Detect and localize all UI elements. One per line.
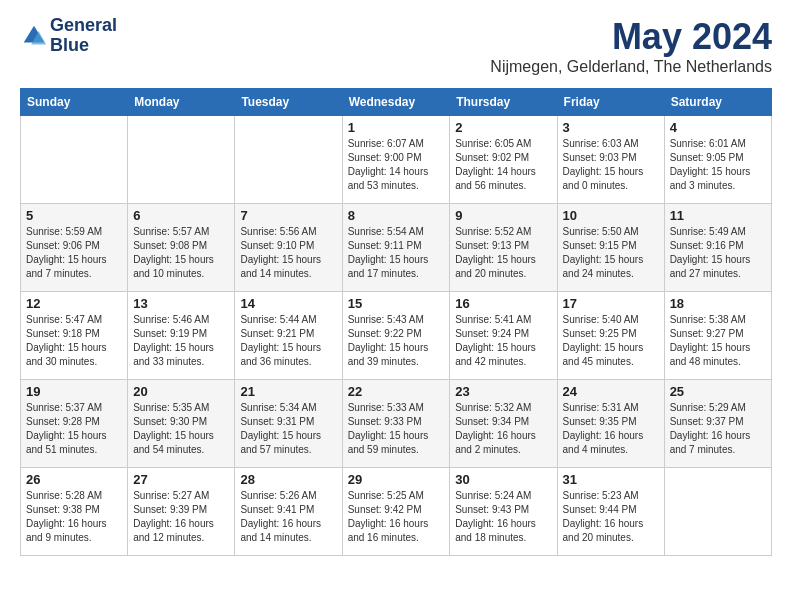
calendar-week-3: 12Sunrise: 5:47 AM Sunset: 9:18 PM Dayli… xyxy=(21,292,772,380)
calendar-cell: 12Sunrise: 5:47 AM Sunset: 9:18 PM Dayli… xyxy=(21,292,128,380)
logo-text: General Blue xyxy=(50,16,117,56)
calendar-cell xyxy=(21,116,128,204)
day-info: Sunrise: 5:38 AM Sunset: 9:27 PM Dayligh… xyxy=(670,313,766,369)
day-number: 23 xyxy=(455,384,551,399)
day-info: Sunrise: 5:52 AM Sunset: 9:13 PM Dayligh… xyxy=(455,225,551,281)
day-info: Sunrise: 5:37 AM Sunset: 9:28 PM Dayligh… xyxy=(26,401,122,457)
day-number: 27 xyxy=(133,472,229,487)
day-number: 12 xyxy=(26,296,122,311)
day-number: 24 xyxy=(563,384,659,399)
calendar-cell: 10Sunrise: 5:50 AM Sunset: 9:15 PM Dayli… xyxy=(557,204,664,292)
calendar-cell: 14Sunrise: 5:44 AM Sunset: 9:21 PM Dayli… xyxy=(235,292,342,380)
calendar-cell: 9Sunrise: 5:52 AM Sunset: 9:13 PM Daylig… xyxy=(450,204,557,292)
day-info: Sunrise: 5:26 AM Sunset: 9:41 PM Dayligh… xyxy=(240,489,336,545)
calendar-cell: 22Sunrise: 5:33 AM Sunset: 9:33 PM Dayli… xyxy=(342,380,450,468)
day-info: Sunrise: 5:24 AM Sunset: 9:43 PM Dayligh… xyxy=(455,489,551,545)
calendar-week-1: 1Sunrise: 6:07 AM Sunset: 9:00 PM Daylig… xyxy=(21,116,772,204)
day-number: 1 xyxy=(348,120,445,135)
location: Nijmegen, Gelderland, The Netherlands xyxy=(490,58,772,76)
logo: General Blue xyxy=(20,16,117,56)
day-info: Sunrise: 5:49 AM Sunset: 9:16 PM Dayligh… xyxy=(670,225,766,281)
weekday-header-sunday: Sunday xyxy=(21,89,128,116)
weekday-header-row: SundayMondayTuesdayWednesdayThursdayFrid… xyxy=(21,89,772,116)
day-info: Sunrise: 5:28 AM Sunset: 9:38 PM Dayligh… xyxy=(26,489,122,545)
day-number: 6 xyxy=(133,208,229,223)
day-number: 7 xyxy=(240,208,336,223)
day-number: 8 xyxy=(348,208,445,223)
day-info: Sunrise: 5:59 AM Sunset: 9:06 PM Dayligh… xyxy=(26,225,122,281)
day-info: Sunrise: 5:31 AM Sunset: 9:35 PM Dayligh… xyxy=(563,401,659,457)
day-info: Sunrise: 5:46 AM Sunset: 9:19 PM Dayligh… xyxy=(133,313,229,369)
calendar-cell: 11Sunrise: 5:49 AM Sunset: 9:16 PM Dayli… xyxy=(664,204,771,292)
day-number: 26 xyxy=(26,472,122,487)
calendar-cell: 1Sunrise: 6:07 AM Sunset: 9:00 PM Daylig… xyxy=(342,116,450,204)
day-number: 13 xyxy=(133,296,229,311)
day-number: 18 xyxy=(670,296,766,311)
day-info: Sunrise: 5:47 AM Sunset: 9:18 PM Dayligh… xyxy=(26,313,122,369)
day-number: 15 xyxy=(348,296,445,311)
day-number: 4 xyxy=(670,120,766,135)
day-info: Sunrise: 5:40 AM Sunset: 9:25 PM Dayligh… xyxy=(563,313,659,369)
day-info: Sunrise: 5:57 AM Sunset: 9:08 PM Dayligh… xyxy=(133,225,229,281)
day-number: 19 xyxy=(26,384,122,399)
day-number: 9 xyxy=(455,208,551,223)
day-info: Sunrise: 5:27 AM Sunset: 9:39 PM Dayligh… xyxy=(133,489,229,545)
day-number: 11 xyxy=(670,208,766,223)
logo-line1: General xyxy=(50,16,117,36)
calendar-cell: 6Sunrise: 5:57 AM Sunset: 9:08 PM Daylig… xyxy=(128,204,235,292)
calendar-week-2: 5Sunrise: 5:59 AM Sunset: 9:06 PM Daylig… xyxy=(21,204,772,292)
calendar-week-5: 26Sunrise: 5:28 AM Sunset: 9:38 PM Dayli… xyxy=(21,468,772,556)
day-info: Sunrise: 5:34 AM Sunset: 9:31 PM Dayligh… xyxy=(240,401,336,457)
calendar-cell: 17Sunrise: 5:40 AM Sunset: 9:25 PM Dayli… xyxy=(557,292,664,380)
calendar-cell: 30Sunrise: 5:24 AM Sunset: 9:43 PM Dayli… xyxy=(450,468,557,556)
day-number: 29 xyxy=(348,472,445,487)
calendar-week-4: 19Sunrise: 5:37 AM Sunset: 9:28 PM Dayli… xyxy=(21,380,772,468)
day-number: 30 xyxy=(455,472,551,487)
calendar-cell: 15Sunrise: 5:43 AM Sunset: 9:22 PM Dayli… xyxy=(342,292,450,380)
calendar-cell: 5Sunrise: 5:59 AM Sunset: 9:06 PM Daylig… xyxy=(21,204,128,292)
day-number: 10 xyxy=(563,208,659,223)
calendar-cell: 3Sunrise: 6:03 AM Sunset: 9:03 PM Daylig… xyxy=(557,116,664,204)
day-info: Sunrise: 5:44 AM Sunset: 9:21 PM Dayligh… xyxy=(240,313,336,369)
day-info: Sunrise: 5:50 AM Sunset: 9:15 PM Dayligh… xyxy=(563,225,659,281)
calendar-body: 1Sunrise: 6:07 AM Sunset: 9:00 PM Daylig… xyxy=(21,116,772,556)
weekday-header-saturday: Saturday xyxy=(664,89,771,116)
day-number: 21 xyxy=(240,384,336,399)
day-info: Sunrise: 5:56 AM Sunset: 9:10 PM Dayligh… xyxy=(240,225,336,281)
calendar-cell: 21Sunrise: 5:34 AM Sunset: 9:31 PM Dayli… xyxy=(235,380,342,468)
calendar-cell: 29Sunrise: 5:25 AM Sunset: 9:42 PM Dayli… xyxy=(342,468,450,556)
weekday-header-friday: Friday xyxy=(557,89,664,116)
calendar-cell: 20Sunrise: 5:35 AM Sunset: 9:30 PM Dayli… xyxy=(128,380,235,468)
calendar-cell: 31Sunrise: 5:23 AM Sunset: 9:44 PM Dayli… xyxy=(557,468,664,556)
day-info: Sunrise: 6:07 AM Sunset: 9:00 PM Dayligh… xyxy=(348,137,445,193)
day-number: 25 xyxy=(670,384,766,399)
title-area: May 2024 Nijmegen, Gelderland, The Nethe… xyxy=(490,16,772,76)
day-info: Sunrise: 5:33 AM Sunset: 9:33 PM Dayligh… xyxy=(348,401,445,457)
page-header: General Blue May 2024 Nijmegen, Gelderla… xyxy=(20,16,772,76)
calendar-cell xyxy=(664,468,771,556)
calendar-cell: 23Sunrise: 5:32 AM Sunset: 9:34 PM Dayli… xyxy=(450,380,557,468)
weekday-header-monday: Monday xyxy=(128,89,235,116)
day-info: Sunrise: 5:25 AM Sunset: 9:42 PM Dayligh… xyxy=(348,489,445,545)
weekday-header-wednesday: Wednesday xyxy=(342,89,450,116)
day-info: Sunrise: 5:35 AM Sunset: 9:30 PM Dayligh… xyxy=(133,401,229,457)
calendar-cell: 27Sunrise: 5:27 AM Sunset: 9:39 PM Dayli… xyxy=(128,468,235,556)
calendar-cell: 7Sunrise: 5:56 AM Sunset: 9:10 PM Daylig… xyxy=(235,204,342,292)
day-info: Sunrise: 5:23 AM Sunset: 9:44 PM Dayligh… xyxy=(563,489,659,545)
day-info: Sunrise: 6:05 AM Sunset: 9:02 PM Dayligh… xyxy=(455,137,551,193)
day-info: Sunrise: 5:41 AM Sunset: 9:24 PM Dayligh… xyxy=(455,313,551,369)
day-info: Sunrise: 5:54 AM Sunset: 9:11 PM Dayligh… xyxy=(348,225,445,281)
calendar-cell xyxy=(235,116,342,204)
day-number: 28 xyxy=(240,472,336,487)
day-number: 22 xyxy=(348,384,445,399)
day-number: 17 xyxy=(563,296,659,311)
logo-icon xyxy=(20,22,48,50)
calendar-cell: 28Sunrise: 5:26 AM Sunset: 9:41 PM Dayli… xyxy=(235,468,342,556)
calendar-cell: 18Sunrise: 5:38 AM Sunset: 9:27 PM Dayli… xyxy=(664,292,771,380)
calendar-cell: 8Sunrise: 5:54 AM Sunset: 9:11 PM Daylig… xyxy=(342,204,450,292)
calendar-cell: 13Sunrise: 5:46 AM Sunset: 9:19 PM Dayli… xyxy=(128,292,235,380)
day-number: 2 xyxy=(455,120,551,135)
day-number: 16 xyxy=(455,296,551,311)
day-info: Sunrise: 6:01 AM Sunset: 9:05 PM Dayligh… xyxy=(670,137,766,193)
calendar-cell: 26Sunrise: 5:28 AM Sunset: 9:38 PM Dayli… xyxy=(21,468,128,556)
